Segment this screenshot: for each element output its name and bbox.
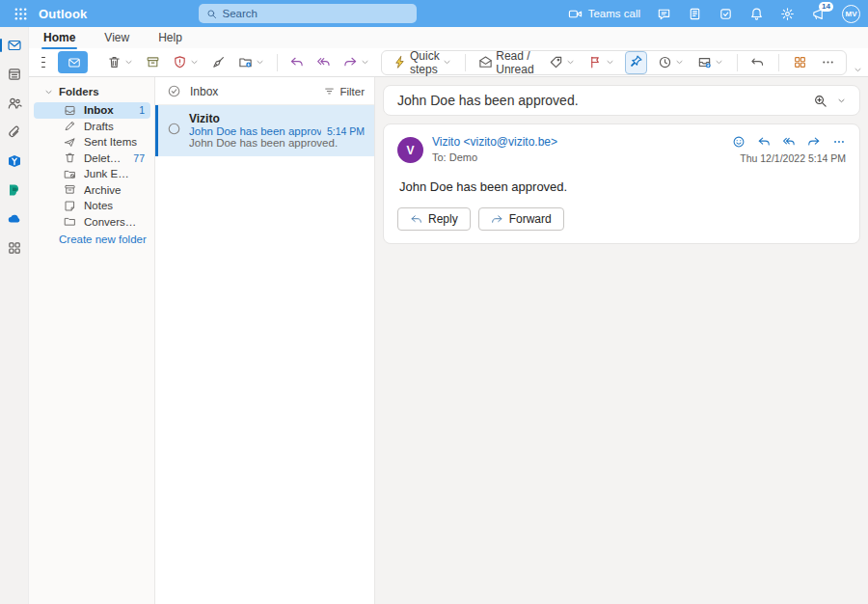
filter-button[interactable]: Filter [324, 86, 365, 97]
apps-grid-icon [7, 240, 22, 256]
addins-button[interactable] [790, 52, 810, 72]
new-mail-button[interactable]: New mail [58, 51, 88, 73]
folder-sent-items[interactable]: Sent Items [34, 134, 150, 151]
folder-archive[interactable]: Archive [34, 182, 150, 199]
chat-button[interactable] [657, 7, 671, 21]
lightning-bolt-icon [393, 55, 407, 69]
reply-button-toolbar[interactable] [286, 52, 307, 72]
notifications-button[interactable] [749, 7, 764, 21]
reply-button-label: Reply [428, 212, 458, 226]
more-actions-ellipsis-icon[interactable] [832, 135, 846, 149]
more-options-button[interactable] [818, 52, 838, 72]
folder-junk-email[interactable]: Junk Email [34, 166, 150, 182]
categorize-button[interactable] [546, 52, 578, 72]
video-camera-icon [568, 7, 583, 21]
folder-notes[interactable]: Notes [34, 198, 150, 214]
ribbon-tabs: Home View Help [29, 27, 868, 48]
whats-new-button[interactable]: 14 [811, 7, 826, 21]
folder-name: Junk Email [84, 168, 137, 179]
account-avatar[interactable]: MV [842, 5, 860, 23]
reply-all-arrow-icon[interactable] [782, 135, 796, 149]
search-input[interactable] [223, 8, 409, 19]
addins-grid-icon [793, 55, 807, 69]
sweep-button[interactable] [208, 52, 229, 72]
pencil-icon [64, 120, 76, 132]
folder-icon [64, 215, 76, 228]
mail-item-sender: Vizito [189, 112, 365, 125]
delete-button[interactable] [104, 52, 136, 72]
reply-all-button-toolbar[interactable] [313, 52, 334, 72]
move-to-button[interactable] [235, 52, 267, 72]
reactions-smiley-icon[interactable] [732, 135, 746, 149]
rail-people-button[interactable] [7, 96, 22, 111]
forward-arrow-icon[interactable] [807, 135, 821, 149]
search-box[interactable] [199, 4, 417, 23]
archive-icon [64, 183, 76, 196]
move-to-folder-icon [238, 55, 253, 69]
mail-item-subject: John Doe has been approved. [189, 125, 321, 137]
folder-name: Sent Items [84, 136, 137, 148]
forward-button[interactable]: Forward [478, 207, 564, 231]
folder-inbox[interactable]: Inbox 1 [34, 102, 150, 119]
select-message-radio-icon[interactable] [167, 122, 181, 136]
report-button[interactable] [170, 52, 202, 72]
snooze-button[interactable] [655, 52, 687, 72]
collapse-folderpane-button[interactable] [41, 57, 45, 69]
rail-bookings-button[interactable] [7, 182, 22, 198]
settings-button[interactable] [780, 7, 795, 21]
quick-steps-button[interactable]: Quick steps [390, 46, 454, 79]
rules-button[interactable] [694, 52, 726, 72]
teams-call-button[interactable]: Teams call [568, 7, 640, 21]
rail-yammer-button[interactable] [7, 153, 22, 169]
folder-conversation-history[interactable]: Conversation His... [34, 214, 150, 231]
chevron-down-icon [566, 58, 575, 67]
folders-header[interactable]: Folders [29, 83, 154, 102]
rail-more-apps-button[interactable] [7, 240, 22, 256]
tasks-button[interactable] [719, 7, 733, 21]
pin-button[interactable] [625, 51, 647, 74]
zoom-magnifier-icon[interactable] [813, 94, 827, 108]
undo-button[interactable] [747, 52, 768, 72]
rail-mail-button[interactable] [7, 38, 22, 53]
document-button[interactable] [688, 7, 702, 21]
app-shell: Home View Help New mail [0, 27, 868, 604]
subject-card: John Doe has been approved. [383, 85, 860, 116]
folder-deleted-items[interactable]: Deleted Items 77 [34, 151, 150, 167]
forward-button-toolbar[interactable] [340, 52, 372, 72]
tab-view[interactable]: View [102, 29, 131, 46]
select-all-circle-check-icon[interactable] [167, 84, 181, 98]
sender-address-link[interactable]: Vizito <vizito@vizito.be> [432, 135, 723, 149]
folder-unread-count: 1 [139, 104, 145, 116]
mail-list-item[interactable]: Vizito John Doe has been approved. 5:14 … [155, 105, 374, 156]
collapse-ribbon-chevron-icon[interactable] [854, 66, 862, 74]
tab-help[interactable]: Help [156, 29, 184, 46]
calendar-icon [7, 67, 22, 82]
quick-steps-label: Quick steps [410, 49, 440, 76]
chevron-down-icon[interactable] [837, 96, 846, 105]
rail-onedrive-button[interactable] [7, 211, 22, 227]
rail-attachments-button[interactable] [7, 124, 22, 140]
message-body: John Doe has been approved. [399, 179, 846, 194]
rail-calendar-button[interactable] [7, 67, 22, 82]
clock-icon [658, 55, 672, 69]
flag-button[interactable] [585, 52, 617, 72]
reply-arrow-icon[interactable] [757, 135, 771, 149]
work-area: Folders Inbox 1 Drafts Sent Items [29, 77, 868, 604]
document-icon [688, 7, 702, 21]
read-unread-button[interactable]: Read / Unread [475, 46, 538, 79]
sender-avatar[interactable]: V [397, 137, 423, 163]
folder-drafts[interactable]: Drafts [34, 119, 150, 135]
create-new-folder-link[interactable]: Create new folder [29, 230, 154, 245]
toolbar-right-group: Quick steps Read / Unread [381, 50, 847, 75]
new-mail-label: New mail [87, 51, 88, 73]
chevron-down-icon [361, 58, 369, 67]
notification-count-badge: 14 [819, 2, 833, 12]
archive-button[interactable] [143, 52, 163, 72]
yammer-icon [7, 153, 22, 169]
tab-home[interactable]: Home [41, 29, 77, 46]
message-card: V Vizito <vizito@vizito.be> To: Demo [383, 124, 860, 244]
reply-button[interactable]: Reply [397, 207, 471, 231]
app-launcher-button[interactable] [10, 3, 31, 24]
toolbar-separator [737, 54, 738, 71]
app-title: Outlook [39, 7, 88, 21]
